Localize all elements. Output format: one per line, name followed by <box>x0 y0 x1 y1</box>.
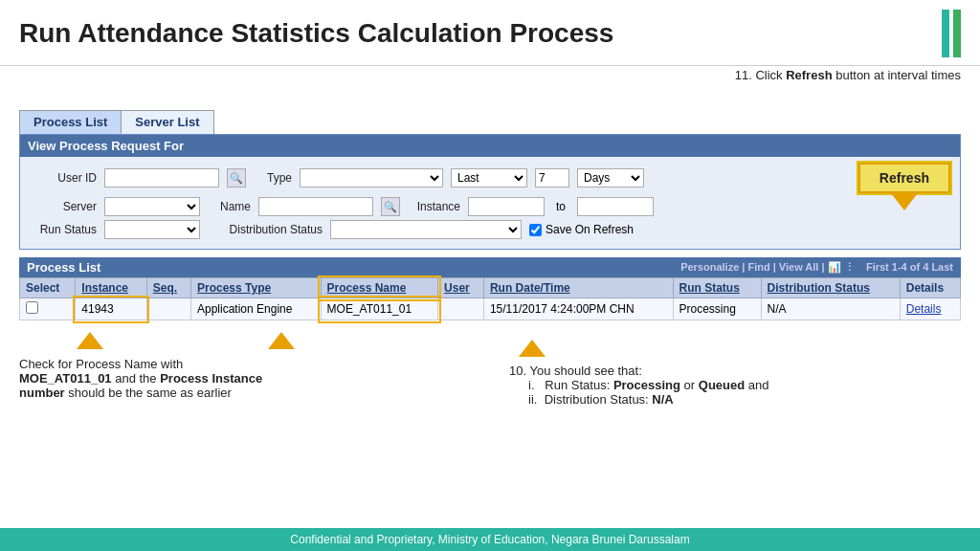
item-ii-label: ii. <box>528 392 537 407</box>
days-number-input[interactable] <box>535 168 569 187</box>
cell-distribution-status: N/A <box>761 298 900 320</box>
instance-from-input[interactable] <box>468 197 545 216</box>
run-status-label: Run Status <box>30 223 97 236</box>
annotation-step11: 11. Click Refresh button at interval tim… <box>735 68 961 82</box>
col-run-datetime[interactable]: Run Date/Time <box>483 278 673 298</box>
bottom-left-line3-bold: number <box>19 386 65 400</box>
bottom-right-annotation: 10. You should see that: i. Run Status: … <box>509 330 961 407</box>
process-list-section: Process List Personalize | Find | View A… <box>19 257 961 320</box>
distribution-status-select[interactable] <box>330 220 522 239</box>
cell-details[interactable]: Details <box>900 298 960 320</box>
cell-process-name: MOE_AT011_01 <box>321 298 437 320</box>
process-list-nav: Personalize | Find | View All | 📊 ⋮ Firs… <box>680 261 953 274</box>
cell-user <box>438 298 484 320</box>
run-status-select[interactable] <box>104 220 200 239</box>
arrow-up-instance <box>77 332 103 349</box>
form-body: User ID 🔍 Type Last Days Refresh Server <box>20 157 960 249</box>
tab-bar: Process List Server List <box>0 100 980 134</box>
user-id-input[interactable] <box>104 168 219 187</box>
cell-process-type: Application Engine <box>191 298 322 320</box>
col-process-name[interactable]: Process Name <box>321 278 437 298</box>
arrow-up-process-name <box>268 332 295 349</box>
col-user[interactable]: User <box>438 278 484 298</box>
form-header: View Process Request For <box>20 135 960 157</box>
footer: Confidential and Proprietary, Ministry o… <box>0 528 980 551</box>
footer-text: Confidential and Proprietary, Ministry o… <box>290 533 689 546</box>
days-select[interactable]: Days <box>577 168 644 187</box>
to-label: to <box>556 200 566 213</box>
item-i-label: i. <box>528 378 535 392</box>
form-row-2: Server Name 🔍 Instance to <box>30 197 950 216</box>
server-select[interactable] <box>104 197 200 216</box>
row-checkbox[interactable] <box>26 301 38 314</box>
form-row-1: User ID 🔍 Type Last Days Refresh <box>30 163 950 193</box>
refresh-area: Refresh <box>858 163 950 193</box>
save-on-refresh-checkbox[interactable] <box>529 224 542 236</box>
form-row-3: Run Status Distribution Status Save On R… <box>30 220 950 239</box>
step10-text: 10. You should see that: <box>509 364 642 378</box>
accent-bar-green <box>953 10 961 57</box>
table-header-row: Select Instance Seq. Process Type Proces… <box>20 278 961 298</box>
cell-instance: 41943 <box>76 298 146 320</box>
bottom-left-line2-bold: MOE_AT011_01 <box>19 371 112 386</box>
col-run-status[interactable]: Run Status <box>673 278 761 298</box>
process-list-header: Process List Personalize | Find | View A… <box>19 257 961 277</box>
header-accent-bars <box>942 10 961 57</box>
name-label: Name <box>208 200 251 213</box>
col-distribution-status[interactable]: Distribution Status <box>761 278 900 298</box>
last-select[interactable]: Last <box>451 168 527 187</box>
view-process-request-form: View Process Request For User ID 🔍 Type … <box>19 134 961 250</box>
refresh-arrow-down <box>891 193 918 210</box>
type-select[interactable] <box>300 168 443 187</box>
col-seq[interactable]: Seq. <box>146 278 190 298</box>
refresh-button[interactable]: Refresh <box>858 163 950 193</box>
col-details: Details <box>900 278 960 298</box>
user-id-search-icon[interactable]: 🔍 <box>227 168 246 187</box>
page-header: Run Attendance Statistics Calculation Pr… <box>0 0 980 66</box>
col-instance[interactable]: Instance <box>76 278 146 298</box>
process-table: Select Instance Seq. Process Type Proces… <box>19 277 961 320</box>
table-row: 41943 Application Engine MOE_AT011_01 15… <box>20 298 961 320</box>
col-process-type[interactable]: Process Type <box>191 278 322 298</box>
instance-to-input[interactable] <box>577 197 654 216</box>
tab-server-list[interactable]: Server List <box>122 110 213 134</box>
server-label: Server <box>30 200 97 213</box>
user-id-label: User ID <box>30 171 97 185</box>
bottom-annotations: Check for Process Name with MOE_AT011_01… <box>0 330 980 407</box>
cell-select <box>20 298 76 320</box>
bottom-left-annotation: Check for Process Name with MOE_AT011_01… <box>19 330 471 407</box>
page-title: Run Attendance Statistics Calculation Pr… <box>19 18 932 49</box>
accent-bar-teal <box>942 10 949 57</box>
type-label: Type <box>254 171 292 185</box>
save-on-refresh-checkbox-label[interactable]: Save On Refresh <box>529 223 634 236</box>
name-search-icon[interactable]: 🔍 <box>381 197 400 216</box>
name-input[interactable] <box>258 197 373 216</box>
cell-run-status: Processing <box>673 298 761 320</box>
col-select: Select <box>20 278 76 298</box>
tab-process-list[interactable]: Process List <box>19 110 122 134</box>
distribution-status-label: Distribution Status <box>208 223 323 236</box>
arrow-up-run-status <box>519 340 546 357</box>
save-on-refresh-label: Save On Refresh <box>546 223 634 236</box>
cell-seq <box>146 298 190 320</box>
cell-run-datetime: 15/11/2017 4:24:00PM CHN <box>483 298 673 320</box>
bottom-left-line1: Check for Process Name with <box>19 357 183 371</box>
annotation-top: 11. Click Refresh button at interval tim… <box>0 66 980 100</box>
process-list-title: Process List <box>27 260 100 275</box>
instance-label: Instance <box>408 200 460 213</box>
